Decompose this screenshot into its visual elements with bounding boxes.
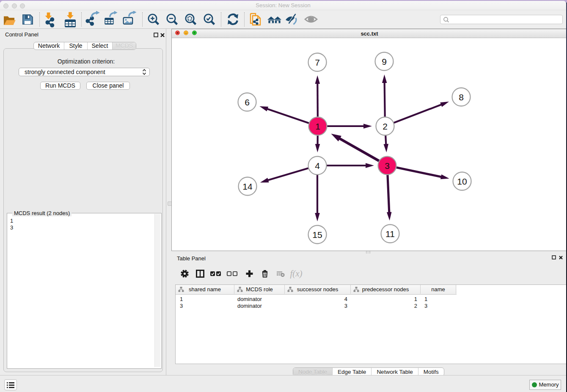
svg-text:10: 10 <box>457 176 467 186</box>
svg-text:7: 7 <box>315 57 320 67</box>
svg-text:6: 6 <box>245 97 250 107</box>
svg-text:14: 14 <box>242 181 253 191</box>
svg-text:4: 4 <box>315 160 320 170</box>
svg-text:2: 2 <box>383 121 388 131</box>
svg-text:11: 11 <box>385 229 395 238</box>
svg-text:8: 8 <box>459 92 464 102</box>
svg-text:9: 9 <box>382 56 387 66</box>
svg-text:3: 3 <box>385 160 390 170</box>
svg-text:15: 15 <box>312 229 322 239</box>
svg-text:1: 1 <box>315 121 320 131</box>
